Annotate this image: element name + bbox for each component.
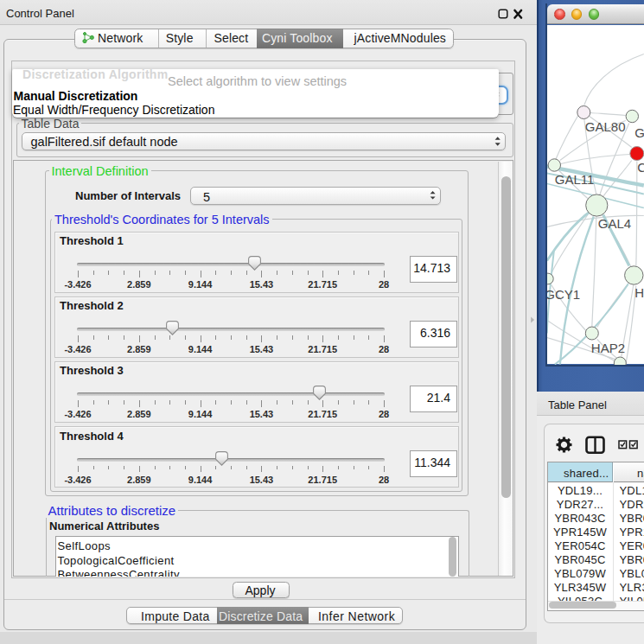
- svg-text:C: C: [637, 159, 644, 174]
- svg-text:GAL11: GAL11: [555, 172, 595, 187]
- svg-text:H: H: [634, 284, 644, 299]
- svg-text:GA: GA: [634, 124, 644, 139]
- svg-text:GAL4: GAL4: [598, 215, 631, 230]
- svg-text:GCY1: GCY1: [547, 286, 580, 301]
- svg-text:HAP2: HAP2: [591, 340, 625, 354]
- svg-text:GAL80: GAL80: [585, 118, 626, 133]
